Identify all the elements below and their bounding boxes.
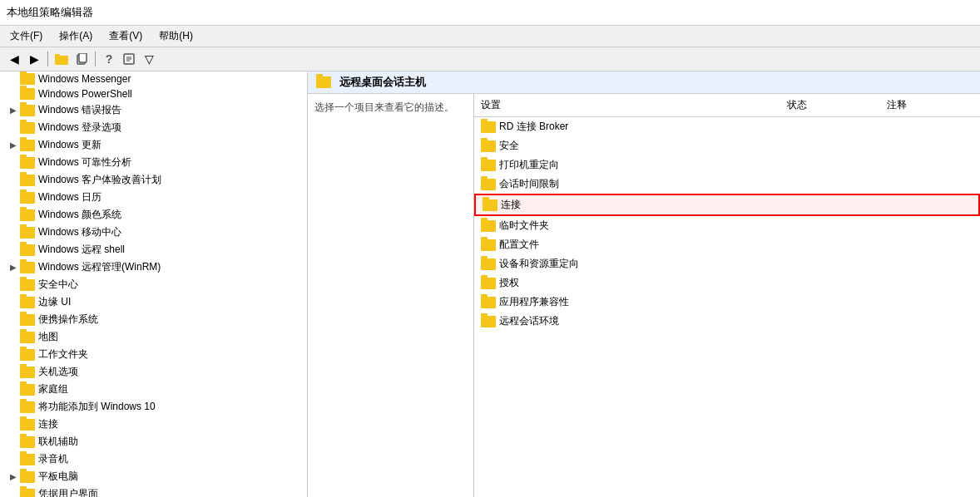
tree-label: 联机辅助 (38, 435, 78, 449)
tree-label: 工作文件夹 (38, 347, 88, 362)
tree-item-security-center[interactable]: 安全中心 (0, 276, 307, 293)
folder-icon (481, 121, 496, 133)
menu-help[interactable]: 帮助(H) (156, 27, 196, 45)
menu-view[interactable]: 查看(V) (106, 27, 146, 45)
folder-label: 应用程序兼容性 (499, 295, 569, 309)
expand-arrow: ▶ (7, 263, 20, 272)
svg-rect-1 (55, 54, 60, 57)
folder-item-print-redirect[interactable]: 打印机重定向 (474, 155, 980, 175)
tree-item-windows-color[interactable]: Windows 颜色系统 (0, 206, 307, 224)
folder-icon (20, 349, 35, 361)
tree-item-windows-powershell[interactable]: Windows PowerShell (0, 86, 307, 101)
tree-item-portable-os[interactable]: 便携操作系统 (0, 311, 307, 328)
tree-item-windows-remote-shell[interactable]: Windows 远程 shell (0, 241, 307, 258)
tree-label: Windows 客户体验改善计划 (38, 173, 161, 187)
tree-item-recorder[interactable]: 录音机 (0, 450, 307, 468)
expand-arrow: ▶ (7, 472, 20, 481)
folder-icon (20, 209, 35, 221)
folder-item-security[interactable]: 安全 (474, 136, 980, 155)
tree-label: Windows 更新 (38, 138, 101, 152)
right-description: 选择一个项目来查看它的描述。 (308, 94, 474, 497)
forward-button[interactable]: ▶ (25, 50, 43, 68)
description-text: 选择一个项目来查看它的描述。 (314, 101, 454, 113)
col-status-header: 状态 (780, 96, 880, 114)
folder-item-profiles[interactable]: 配置文件 (474, 235, 980, 254)
tree-label: Windows Messenger (38, 73, 131, 85)
tree-item-windows-remote-mgmt[interactable]: ▶ Windows 远程管理(WinRM) (0, 258, 307, 276)
tree-item-edge-ui[interactable]: 边缘 UI (0, 293, 307, 311)
tree-item-add-features[interactable]: 将功能添加到 Windows 10 (0, 398, 307, 416)
folder-icon (20, 454, 35, 465)
tree-label: 关机选项 (38, 365, 78, 379)
tree-item-connect[interactable]: 连接 (0, 416, 307, 433)
tree-item-shutdown[interactable]: 关机选项 (0, 363, 307, 381)
folder-item-connect[interactable]: 连接 (474, 194, 980, 216)
folder-icon (20, 88, 35, 100)
folder-label: 远程会话环境 (499, 314, 559, 328)
expand-arrow: ▶ (7, 140, 20, 150)
folder-item-remote-session-env[interactable]: 远程会话环境 (474, 312, 980, 331)
folder-item-session-time[interactable]: 会话时间限制 (474, 175, 980, 194)
folder-label: 打印机重定向 (499, 158, 559, 172)
folder-label: 会话时间限制 (499, 177, 559, 191)
folder-icon (20, 436, 35, 448)
tree-item-maps[interactable]: 地图 (0, 328, 307, 346)
back-button[interactable]: ◀ (5, 50, 23, 68)
tree-item-accessibility[interactable]: 联机辅助 (0, 433, 307, 450)
svg-rect-0 (55, 56, 68, 65)
tree-label: Windows 登录选项 (38, 121, 121, 135)
tree-item-windows-messenger[interactable]: Windows Messenger (0, 71, 307, 86)
tree-item-work-folder[interactable]: 工作文件夹 (0, 346, 307, 363)
tree-item-windows-calendar[interactable]: Windows 日历 (0, 189, 307, 206)
folder-item-auth[interactable]: 授权 (474, 273, 980, 293)
menu-action[interactable]: 操作(A) (56, 27, 96, 45)
tree-label: 家庭组 (38, 382, 68, 396)
title-label: 本地组策略编辑器 (7, 6, 93, 18)
tree-item-windows-update[interactable]: ▶ Windows 更新 (0, 136, 307, 154)
tree-item-windows-customer[interactable]: Windows 客户体验改善计划 (0, 171, 307, 189)
tree-label: Windows 颜色系统 (38, 208, 121, 222)
tree-item-windows-login[interactable]: Windows 登录选项 (0, 119, 307, 136)
folder-item-temp-folder[interactable]: 临时文件夹 (474, 216, 980, 235)
folder-icon (20, 105, 35, 116)
export-button[interactable] (120, 50, 138, 68)
tree-item-windows-reliable[interactable]: Windows 可靠性分析 (0, 154, 307, 171)
toolbar: ◀ ▶ ? ▽ (0, 47, 980, 71)
menu-file[interactable]: 文件(F) (7, 27, 46, 45)
folder-icon (20, 73, 35, 85)
right-table-area: 设置 状态 注释 RD 连接 Broker 安全 打印机重定向 (474, 94, 980, 497)
folder-item-rd-broker[interactable]: RD 连接 Broker (474, 117, 980, 136)
folder-label: 设备和资源重定向 (499, 257, 579, 271)
tree-item-windows-error[interactable]: ▶ Windows 错误报告 (0, 101, 307, 119)
tree-label: Windows 移动中心 (38, 225, 121, 239)
tree-label: Windows 远程管理(WinRM) (38, 260, 161, 274)
folder-icon (481, 179, 496, 190)
folder-button[interactable] (52, 50, 71, 68)
folder-icon (20, 332, 35, 343)
tree-item-family-group[interactable]: 家庭组 (0, 381, 307, 398)
help-button[interactable]: ? (100, 50, 118, 68)
left-panel: Windows Messenger Windows PowerShell ▶ W… (0, 71, 308, 497)
folder-item-device-redirect[interactable]: 设备和资源重定向 (474, 254, 980, 273)
filter-button[interactable]: ▽ (140, 50, 158, 68)
col-note-header: 注释 (880, 96, 980, 114)
folder-icon (20, 192, 35, 204)
folder-icon (20, 401, 35, 413)
folder-icon (20, 157, 35, 169)
tree-item-credential-ui[interactable]: 凭据用户界面 (0, 485, 307, 497)
toolbar-separator-2 (95, 52, 96, 66)
copy-button[interactable] (72, 50, 91, 68)
folder-icon (481, 220, 496, 232)
folder-icon (20, 279, 35, 291)
table-header: 设置 状态 注释 (474, 94, 980, 117)
right-header: 远程桌面会话主机 (308, 71, 980, 94)
folder-icon (20, 227, 35, 239)
tree-label: Windows 远程 shell (38, 243, 125, 257)
header-folder-icon (316, 76, 331, 88)
folder-icon (20, 471, 35, 483)
tree-label: 将功能添加到 Windows 10 (38, 400, 156, 414)
tree-item-windows-mobility[interactable]: Windows 移动中心 (0, 224, 307, 241)
folder-icon (483, 199, 497, 211)
tree-item-tablet[interactable]: ▶ 平板电脑 (0, 468, 307, 485)
folder-item-app-compat[interactable]: 应用程序兼容性 (474, 293, 980, 312)
